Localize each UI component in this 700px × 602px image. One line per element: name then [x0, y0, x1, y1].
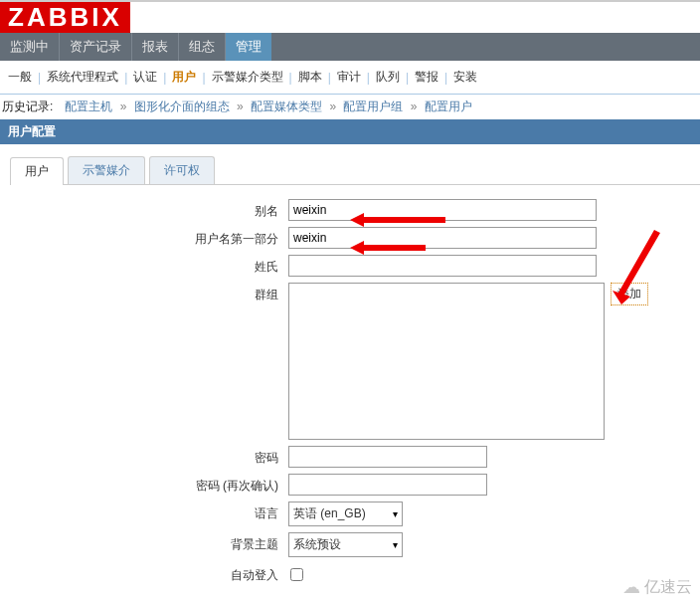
menu-reports[interactable]: 报表: [132, 33, 179, 61]
submenu-proxies[interactable]: 系统代理程式: [47, 69, 118, 86]
password2-input[interactable]: [288, 474, 487, 496]
tab-permissions[interactable]: 许可权: [149, 156, 215, 184]
breadcrumb-item[interactable]: 配置用户: [425, 100, 480, 113]
submenu-scripts[interactable]: 脚本: [298, 69, 322, 86]
submenu-queue[interactable]: 队列: [376, 69, 400, 86]
submenu-users[interactable]: 用户: [172, 69, 196, 86]
menu-monitoring[interactable]: 监测中: [0, 33, 60, 61]
groups-label: 群组: [20, 283, 288, 303]
breadcrumb-item[interactable]: 配置主机: [65, 100, 130, 113]
password2-label: 密码 (再次确认): [20, 474, 288, 495]
add-button[interactable]: 添加: [611, 283, 648, 305]
breadcrumb-item[interactable]: 配置媒体类型: [251, 100, 340, 113]
surname-input[interactable]: [288, 255, 597, 277]
logo: ZABBIX: [0, 2, 700, 33]
tabs: 用户 示警媒介 许可权: [10, 156, 700, 185]
submenu-audit[interactable]: 审计: [337, 69, 361, 86]
submenu-alerts[interactable]: 警报: [415, 69, 438, 86]
watermark-text: 亿速云: [644, 577, 692, 598]
main-menu: 监测中 资产记录 报表 组态 管理: [0, 33, 700, 61]
submenu-mediatypes[interactable]: 示警媒介类型: [212, 69, 283, 86]
lang-select[interactable]: 英语 (en_GB): [288, 502, 403, 526]
alias-label: 别名: [20, 199, 288, 220]
theme-label: 背景主题: [20, 532, 288, 553]
tab-user[interactable]: 用户: [10, 157, 64, 185]
sub-menu: 一般| 系统代理程式| 认证| 用户| 示警媒介类型| 脚本| 审计| 队列| …: [0, 61, 700, 95]
name-input[interactable]: [288, 227, 597, 249]
menu-administration[interactable]: 管理: [226, 33, 271, 61]
password-input[interactable]: [288, 446, 487, 468]
user-form: 别名 用户名第一部分 姓氏 群组 添加 密码 密码 (再次确认) 语言 英语 (…: [0, 185, 700, 600]
menu-configuration[interactable]: 组态: [179, 33, 226, 61]
submenu-auth[interactable]: 认证: [133, 69, 157, 86]
cloud-icon: ☁: [622, 576, 640, 598]
watermark: ☁ 亿速云: [622, 576, 692, 598]
lang-label: 语言: [20, 502, 288, 522]
section-title: 用户配置: [0, 119, 700, 144]
tab-media[interactable]: 示警媒介: [68, 156, 145, 184]
name-label: 用户名第一部分: [20, 227, 288, 248]
autologin-label: 自动登入: [20, 563, 288, 584]
breadcrumb-item[interactable]: 配置用户组: [343, 100, 421, 113]
submenu-install[interactable]: 安装: [453, 69, 477, 86]
theme-select[interactable]: 系统预设: [288, 532, 403, 557]
autologin-checkbox[interactable]: [290, 568, 303, 581]
alias-input[interactable]: [288, 199, 597, 221]
history-bar: 历史记录: 配置主机 图形化介面的组态 配置媒体类型 配置用户组 配置用户: [0, 95, 700, 119]
groups-listbox[interactable]: [288, 283, 605, 440]
password-label: 密码: [20, 446, 288, 467]
surname-label: 姓氏: [20, 255, 288, 276]
submenu-general[interactable]: 一般: [8, 69, 32, 86]
history-label: 历史记录:: [2, 100, 53, 113]
breadcrumb-item[interactable]: 图形化介面的组态: [134, 100, 248, 113]
menu-inventory[interactable]: 资产记录: [60, 33, 132, 61]
